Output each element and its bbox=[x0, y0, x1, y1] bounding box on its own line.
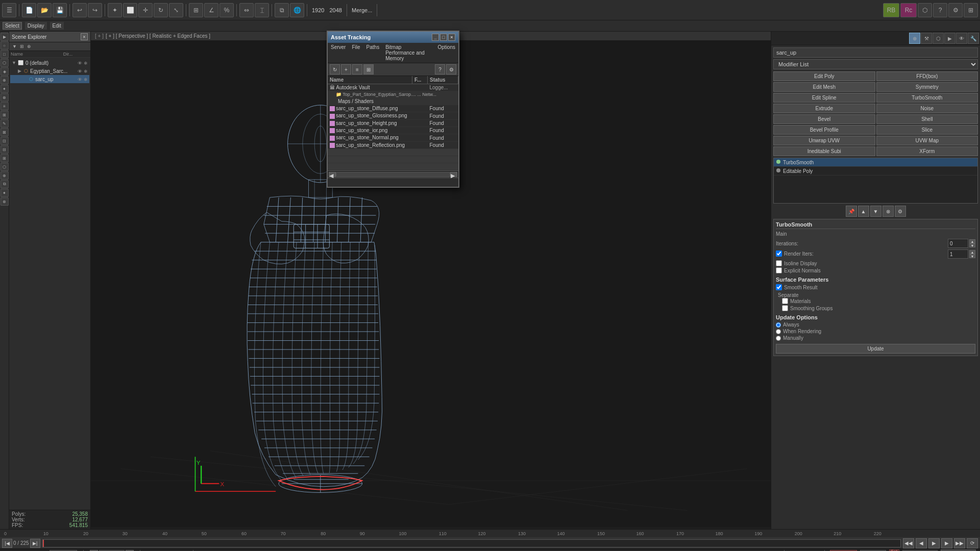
left-btn-2[interactable]: ○ bbox=[1, 41, 9, 49]
smoothing-groups-checkbox[interactable] bbox=[782, 305, 788, 311]
at-file-5[interactable]: sarc_up_stone_Normal.png Found bbox=[328, 134, 458, 141]
render-iters-input[interactable] bbox=[948, 249, 968, 259]
next-frame-btn[interactable]: ▶ bbox=[941, 538, 952, 548]
at-add-btn[interactable]: + bbox=[341, 64, 351, 74]
left-btn-12[interactable]: ⊠ bbox=[1, 128, 9, 136]
object-name-input[interactable] bbox=[773, 47, 978, 58]
scale-icon[interactable]: ⤡ bbox=[169, 3, 183, 17]
uvw-map-btn[interactable]: UVW Map bbox=[876, 136, 978, 145]
stack-pin-btn[interactable]: 📌 bbox=[846, 206, 857, 217]
add-time-tag-btn[interactable]: Add Time Tag bbox=[941, 549, 976, 552]
edit-poly-btn[interactable]: Edit Poly bbox=[773, 71, 875, 81]
left-btn-3[interactable]: □ bbox=[1, 50, 9, 58]
layer-0-freeze-icon[interactable]: ❄ bbox=[84, 61, 88, 66]
left-btn-16[interactable]: ⬡ bbox=[1, 163, 9, 171]
scene-explorer-close[interactable]: × bbox=[81, 33, 88, 40]
play-btn[interactable]: ▶ bbox=[928, 538, 940, 548]
stack-remove-btn[interactable]: ⊗ bbox=[883, 206, 894, 217]
isoline-display-checkbox[interactable] bbox=[776, 260, 782, 266]
workspace-icon[interactable]: ⊞ bbox=[964, 3, 978, 17]
left-btn-14[interactable]: ⊟ bbox=[1, 145, 9, 154]
bevel-btn[interactable]: Bevel bbox=[773, 114, 875, 124]
open-icon[interactable]: 📂 bbox=[37, 3, 52, 17]
select-tab[interactable]: Select bbox=[3, 22, 22, 30]
menu-icon-1[interactable]: ☰ bbox=[2, 3, 16, 17]
ineditable-sub-btn[interactable]: Ineditable Subi bbox=[773, 146, 875, 156]
mirror-icon[interactable]: ⇔ bbox=[239, 3, 254, 17]
slice-btn[interactable]: Slice bbox=[876, 125, 978, 135]
at-help-btn[interactable]: ? bbox=[435, 64, 445, 74]
render-iters-down-btn[interactable]: ▼ bbox=[969, 254, 975, 258]
help-icon[interactable]: ? bbox=[933, 3, 947, 17]
item-freeze-icon-1[interactable]: ❄ bbox=[84, 69, 88, 74]
iterations-input[interactable] bbox=[948, 239, 968, 248]
at-menu-file[interactable]: File bbox=[351, 44, 361, 62]
at-scroll-right[interactable]: ▶ bbox=[450, 172, 457, 177]
item-vis-icon-2[interactable]: 👁 bbox=[78, 77, 82, 82]
play-forward-btn[interactable]: ▶▶ bbox=[954, 538, 965, 548]
loop-btn[interactable]: ⟳ bbox=[967, 538, 978, 548]
shell-btn[interactable]: Shell bbox=[876, 114, 978, 124]
left-btn-5[interactable]: ◈ bbox=[1, 67, 9, 76]
always-radio[interactable] bbox=[776, 322, 781, 328]
rotate-icon[interactable]: ↻ bbox=[154, 3, 168, 17]
move-icon[interactable]: ✛ bbox=[138, 3, 153, 17]
at-refresh-btn[interactable]: ↻ bbox=[330, 64, 340, 74]
create-tab-icon[interactable]: ⊕ bbox=[909, 33, 920, 44]
symmetry-btn[interactable]: Symmetry bbox=[876, 82, 978, 92]
left-btn-20[interactable]: ⊗ bbox=[1, 197, 9, 206]
at-file-2[interactable]: sarc_up_stone_Glossiness.png Found bbox=[328, 112, 458, 119]
stack-options-btn[interactable]: ⚙ bbox=[895, 206, 906, 217]
redo-icon[interactable]: ↪ bbox=[88, 3, 102, 17]
stack-item-editable-poly[interactable]: Editable Poly bbox=[774, 167, 977, 176]
prev-frame-btn[interactable]: ◀ bbox=[916, 538, 927, 548]
extrude-btn[interactable]: Extrude bbox=[773, 104, 875, 113]
angle-snap-icon[interactable]: ∠ bbox=[204, 3, 218, 17]
left-btn-18[interactable]: ⧉ bbox=[1, 180, 9, 188]
iterations-up-btn[interactable]: ▲ bbox=[969, 239, 975, 243]
display-tab[interactable]: Display bbox=[25, 22, 47, 30]
render-iters-up-btn[interactable]: ▲ bbox=[969, 250, 975, 254]
at-scroll-left[interactable]: ◀ bbox=[329, 172, 336, 177]
at-hscroll[interactable] bbox=[336, 172, 450, 177]
left-btn-1[interactable]: ▶ bbox=[1, 33, 9, 41]
display-tab-icon[interactable]: 👁 bbox=[956, 33, 967, 44]
tree-layer-0[interactable]: ▼ ⬜ 0 (default) 👁 ❄ bbox=[10, 59, 89, 67]
snap-icon[interactable]: ⊞ bbox=[189, 3, 203, 17]
at-minimize-btn[interactable]: _ bbox=[432, 34, 439, 41]
at-maximize-btn[interactable]: □ bbox=[440, 34, 447, 41]
motion-tab-icon[interactable]: ▶ bbox=[944, 33, 955, 44]
explicit-normals-checkbox[interactable] bbox=[776, 267, 782, 273]
left-btn-13[interactable]: ⊡ bbox=[1, 137, 9, 145]
left-btn-17[interactable]: ⊕ bbox=[1, 171, 9, 180]
at-list-btn[interactable]: ≡ bbox=[352, 64, 362, 74]
unwrap-uvw-btn[interactable]: Unwrap UVW bbox=[773, 136, 875, 145]
left-btn-9[interactable]: ≡ bbox=[1, 102, 9, 110]
iterations-spinner[interactable]: ▲ ▼ bbox=[948, 239, 975, 248]
go-start-btn[interactable]: |◀ bbox=[2, 539, 12, 548]
align-icon[interactable]: ⌶ bbox=[255, 3, 269, 17]
scene-explorer-icon[interactable]: 🌐 bbox=[290, 3, 304, 17]
stack-up-btn[interactable]: ▲ bbox=[858, 206, 869, 217]
hierarchy-tab-icon[interactable]: ⬡ bbox=[933, 33, 944, 44]
ffd-box-btn[interactable]: FFD(box) bbox=[876, 71, 978, 81]
at-menu-options[interactable]: Options bbox=[437, 44, 456, 62]
at-menu-bitmap[interactable]: Bitmap Performance and Memory bbox=[384, 44, 432, 62]
turbosmooth-btn-list[interactable]: TurboSmooth bbox=[876, 93, 978, 103]
bevel-profile-btn[interactable]: Bevel Profile bbox=[773, 125, 875, 135]
undo-icon[interactable]: ↩ bbox=[72, 3, 87, 17]
tree-select-all-btn[interactable]: ⊞ bbox=[19, 43, 25, 49]
at-menu-paths[interactable]: Paths bbox=[365, 44, 381, 62]
at-settings-btn[interactable]: ⚙ bbox=[446, 64, 456, 74]
stack-item-turbosmooth[interactable]: TurboSmooth bbox=[774, 158, 977, 167]
at-grid-btn[interactable]: ⊞ bbox=[363, 64, 374, 74]
save-icon[interactable]: 💾 bbox=[53, 3, 67, 17]
left-btn-6[interactable]: ⊕ bbox=[1, 76, 9, 84]
at-scrollbar[interactable]: ◀ ▶ bbox=[328, 170, 458, 178]
edit-spline-btn[interactable]: Edit Spline bbox=[773, 93, 875, 103]
new-scene-icon[interactable]: 📄 bbox=[22, 3, 36, 17]
select-icon[interactable]: ✦ bbox=[108, 3, 122, 17]
left-btn-10[interactable]: ⊞ bbox=[1, 111, 9, 119]
modify-tab-icon[interactable]: ⚒ bbox=[921, 33, 932, 44]
iterations-down-btn[interactable]: ▼ bbox=[969, 243, 975, 247]
